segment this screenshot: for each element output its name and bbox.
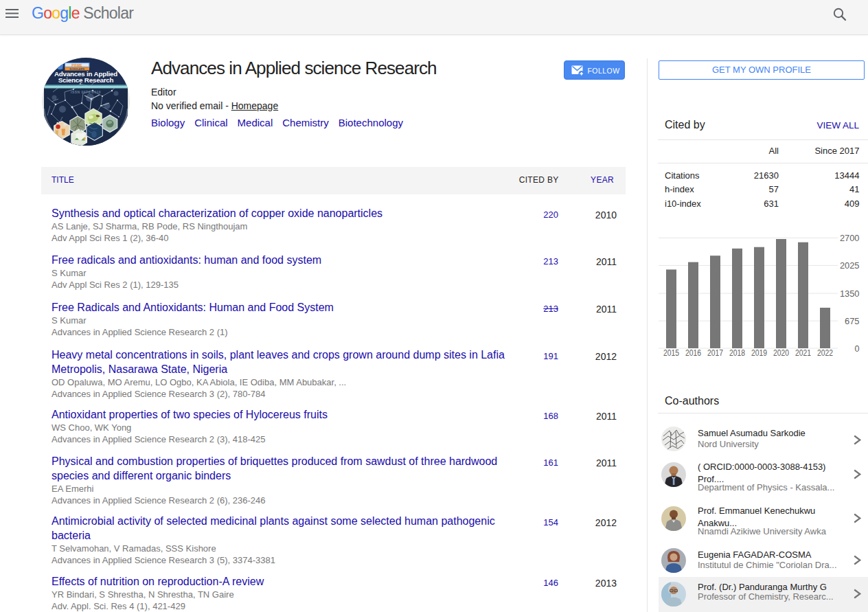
- svg-text:PRME: PRME: [71, 63, 82, 67]
- svg-text:2016: 2016: [685, 348, 701, 358]
- svg-text:Science Research: Science Research: [58, 76, 114, 84]
- svg-text:675: 675: [845, 316, 860, 326]
- svg-text:1350: 1350: [840, 288, 860, 299]
- svg-text:ISSN 0976-8610: ISSN 0976-8610: [71, 90, 101, 94]
- svg-text:2025: 2025: [840, 260, 860, 271]
- svg-text:2022: 2022: [817, 348, 833, 358]
- svg-text:2700: 2700: [840, 233, 860, 243]
- svg-text:2018: 2018: [729, 348, 745, 358]
- svg-text:0: 0: [855, 343, 860, 354]
- svg-text:2020: 2020: [773, 348, 789, 358]
- svg-text:2019: 2019: [751, 348, 767, 358]
- svg-text:2021: 2021: [795, 348, 811, 358]
- svg-text:2017: 2017: [707, 348, 723, 358]
- svg-text:2015: 2015: [663, 348, 679, 358]
